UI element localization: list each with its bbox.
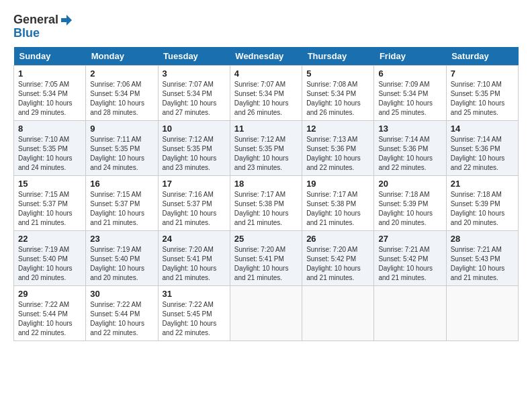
logo-general: General [13, 13, 58, 27]
day-number: 10 [163, 124, 226, 134]
calendar-cell: 17 Sunrise: 7:16 AM Sunset: 5:37 PM Dayl… [158, 175, 230, 230]
calendar-cell: 13 Sunrise: 7:14 AM Sunset: 5:36 PM Dayl… [374, 120, 446, 175]
day-info: Sunrise: 7:20 AM Sunset: 5:41 PM Dayligh… [234, 245, 298, 283]
calendar-week-4: 22 Sunrise: 7:19 AM Sunset: 5:40 PM Dayl… [14, 230, 519, 285]
day-number: 24 [163, 234, 226, 244]
calendar-cell: 12 Sunrise: 7:13 AM Sunset: 5:36 PM Dayl… [302, 120, 374, 175]
day-info: Sunrise: 7:19 AM Sunset: 5:40 PM Dayligh… [18, 245, 81, 283]
day-header-monday: Monday [86, 47, 158, 66]
calendar-cell: 21 Sunrise: 7:18 AM Sunset: 5:39 PM Dayl… [446, 175, 518, 230]
calendar-cell: 11 Sunrise: 7:12 AM Sunset: 5:35 PM Dayl… [230, 120, 302, 175]
day-number: 7 [451, 68, 514, 79]
day-info: Sunrise: 7:12 AM Sunset: 5:35 PM Dayligh… [234, 135, 298, 173]
day-number: 17 [163, 179, 226, 189]
day-number: 12 [306, 124, 369, 134]
day-number: 4 [234, 68, 298, 79]
day-info: Sunrise: 7:05 AM Sunset: 5:34 PM Dayligh… [18, 80, 81, 118]
calendar-cell: 30 Sunrise: 7:22 AM Sunset: 5:44 PM Dayl… [86, 285, 158, 340]
calendar-cell [302, 285, 374, 340]
calendar-cell: 4 Sunrise: 7:07 AM Sunset: 5:34 PM Dayli… [230, 65, 302, 120]
calendar-cell: 24 Sunrise: 7:20 AM Sunset: 5:41 PM Dayl… [158, 230, 230, 285]
day-info: Sunrise: 7:21 AM Sunset: 5:43 PM Dayligh… [451, 245, 514, 283]
day-number: 25 [234, 234, 298, 244]
calendar-cell: 26 Sunrise: 7:20 AM Sunset: 5:42 PM Dayl… [302, 230, 374, 285]
day-info: Sunrise: 7:16 AM Sunset: 5:37 PM Dayligh… [163, 190, 226, 228]
calendar-cell: 1 Sunrise: 7:05 AM Sunset: 5:34 PM Dayli… [14, 65, 86, 120]
day-info: Sunrise: 7:20 AM Sunset: 5:42 PM Dayligh… [306, 245, 369, 283]
day-info: Sunrise: 7:09 AM Sunset: 5:34 PM Dayligh… [378, 80, 441, 118]
logo-blue: Blue [13, 27, 40, 40]
day-info: Sunrise: 7:08 AM Sunset: 5:34 PM Dayligh… [306, 80, 369, 118]
day-number: 2 [90, 68, 153, 79]
day-number: 21 [451, 179, 514, 189]
day-number: 19 [306, 179, 369, 189]
day-number: 9 [90, 124, 153, 134]
day-number: 20 [378, 179, 441, 189]
calendar-cell: 2 Sunrise: 7:06 AM Sunset: 5:34 PM Dayli… [86, 65, 158, 120]
day-number: 5 [306, 68, 369, 79]
day-number: 26 [306, 234, 369, 244]
day-info: Sunrise: 7:17 AM Sunset: 5:38 PM Dayligh… [306, 190, 369, 228]
day-info: Sunrise: 7:19 AM Sunset: 5:40 PM Dayligh… [90, 245, 153, 283]
calendar-cell: 10 Sunrise: 7:12 AM Sunset: 5:35 PM Dayl… [158, 120, 230, 175]
day-number: 13 [378, 124, 441, 134]
calendar-cell: 7 Sunrise: 7:10 AM Sunset: 5:35 PM Dayli… [446, 65, 518, 120]
day-number: 31 [163, 289, 226, 299]
day-header-friday: Friday [374, 47, 446, 66]
calendar-cell: 31 Sunrise: 7:22 AM Sunset: 5:45 PM Dayl… [158, 285, 230, 340]
day-info: Sunrise: 7:22 AM Sunset: 5:45 PM Dayligh… [163, 300, 226, 338]
day-number: 22 [18, 234, 81, 244]
calendar-header-row: SundayMondayTuesdayWednesdayThursdayFrid… [14, 47, 519, 66]
logo: General Blue [13, 13, 73, 40]
day-info: Sunrise: 7:20 AM Sunset: 5:41 PM Dayligh… [163, 245, 226, 283]
day-info: Sunrise: 7:10 AM Sunset: 5:35 PM Dayligh… [18, 135, 81, 173]
day-info: Sunrise: 7:07 AM Sunset: 5:34 PM Dayligh… [234, 80, 298, 118]
day-number: 30 [90, 289, 153, 299]
calendar-week-3: 15 Sunrise: 7:15 AM Sunset: 5:37 PM Dayl… [14, 175, 519, 230]
day-info: Sunrise: 7:22 AM Sunset: 5:44 PM Dayligh… [18, 300, 81, 338]
calendar-week-2: 8 Sunrise: 7:10 AM Sunset: 5:35 PM Dayli… [14, 120, 519, 175]
day-number: 11 [234, 124, 298, 134]
day-number: 1 [18, 68, 81, 79]
calendar-cell: 19 Sunrise: 7:17 AM Sunset: 5:38 PM Dayl… [302, 175, 374, 230]
calendar-cell: 20 Sunrise: 7:18 AM Sunset: 5:39 PM Dayl… [374, 175, 446, 230]
calendar-cell: 16 Sunrise: 7:15 AM Sunset: 5:37 PM Dayl… [86, 175, 158, 230]
day-number: 15 [18, 179, 81, 189]
day-number: 27 [378, 234, 441, 244]
day-info: Sunrise: 7:14 AM Sunset: 5:36 PM Dayligh… [378, 135, 441, 173]
calendar-cell: 28 Sunrise: 7:21 AM Sunset: 5:43 PM Dayl… [446, 230, 518, 285]
day-info: Sunrise: 7:07 AM Sunset: 5:34 PM Dayligh… [163, 80, 226, 118]
calendar-cell: 6 Sunrise: 7:09 AM Sunset: 5:34 PM Dayli… [374, 65, 446, 120]
day-info: Sunrise: 7:22 AM Sunset: 5:44 PM Dayligh… [90, 300, 153, 338]
day-number: 8 [18, 124, 81, 134]
logo-container: General Blue [13, 13, 73, 40]
calendar-cell [230, 285, 302, 340]
calendar-cell: 15 Sunrise: 7:15 AM Sunset: 5:37 PM Dayl… [14, 175, 86, 230]
day-header-sunday: Sunday [14, 47, 86, 66]
logo-arrow-icon [60, 13, 73, 27]
day-info: Sunrise: 7:15 AM Sunset: 5:37 PM Dayligh… [18, 190, 81, 228]
calendar-cell: 3 Sunrise: 7:07 AM Sunset: 5:34 PM Dayli… [158, 65, 230, 120]
svg-marker-0 [61, 15, 72, 26]
day-info: Sunrise: 7:15 AM Sunset: 5:37 PM Dayligh… [90, 190, 153, 228]
day-info: Sunrise: 7:12 AM Sunset: 5:35 PM Dayligh… [163, 135, 226, 173]
page-header: General Blue [13, 13, 519, 40]
day-info: Sunrise: 7:21 AM Sunset: 5:42 PM Dayligh… [378, 245, 441, 283]
day-header-thursday: Thursday [302, 47, 374, 66]
day-number: 18 [234, 179, 298, 189]
day-header-saturday: Saturday [446, 47, 518, 66]
calendar-cell [374, 285, 446, 340]
calendar-cell: 27 Sunrise: 7:21 AM Sunset: 5:42 PM Dayl… [374, 230, 446, 285]
day-number: 23 [90, 234, 153, 244]
day-number: 14 [451, 124, 514, 134]
day-info: Sunrise: 7:06 AM Sunset: 5:34 PM Dayligh… [90, 80, 153, 118]
day-header-tuesday: Tuesday [158, 47, 230, 66]
calendar-cell: 29 Sunrise: 7:22 AM Sunset: 5:44 PM Dayl… [14, 285, 86, 340]
day-number: 3 [163, 68, 226, 79]
day-info: Sunrise: 7:18 AM Sunset: 5:39 PM Dayligh… [378, 190, 441, 228]
calendar-table: SundayMondayTuesdayWednesdayThursdayFrid… [13, 47, 519, 341]
calendar-cell: 22 Sunrise: 7:19 AM Sunset: 5:40 PM Dayl… [14, 230, 86, 285]
calendar-cell: 8 Sunrise: 7:10 AM Sunset: 5:35 PM Dayli… [14, 120, 86, 175]
calendar-cell: 9 Sunrise: 7:11 AM Sunset: 5:35 PM Dayli… [86, 120, 158, 175]
day-info: Sunrise: 7:10 AM Sunset: 5:35 PM Dayligh… [451, 80, 514, 118]
